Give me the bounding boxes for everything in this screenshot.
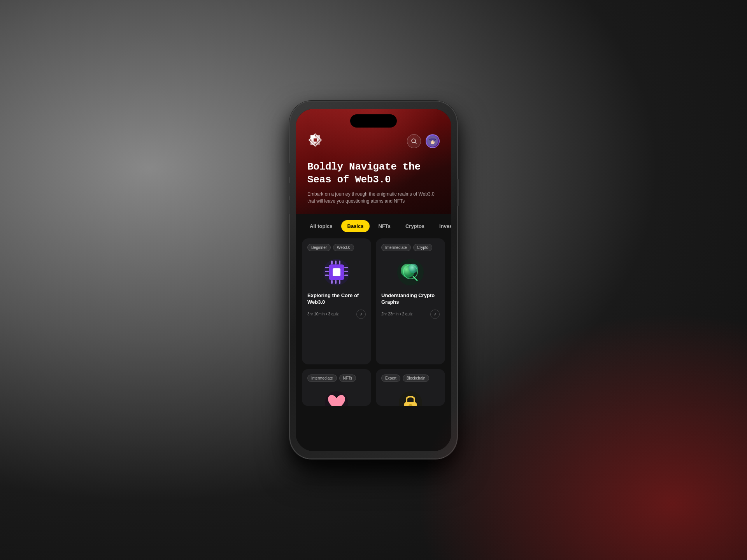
svg-rect-27: [344, 275, 348, 276]
course-card-2[interactable]: Intermediate Crypto: [376, 238, 445, 364]
screen-content: Boldly Navigate the Seas of Web3.0 Embar…: [296, 109, 451, 451]
tag-blockchain: Blockchain: [403, 374, 429, 382]
card-2-info: 2hr 23min • 2 quiz: [381, 312, 412, 316]
course-card-1[interactable]: Beginner Web3.0: [302, 238, 371, 364]
svg-rect-18: [339, 261, 340, 264]
card-1-info: 3hr 10min • 3 quiz: [307, 312, 338, 316]
card-3-tags: Intermediate NFTs: [307, 374, 366, 382]
svg-rect-29: [333, 268, 340, 276]
card-2-title: Understanding Crypto Graphs: [381, 292, 440, 306]
course-card-4[interactable]: Expert Blockchain: [376, 369, 445, 406]
tab-basics[interactable]: Basics: [341, 220, 370, 232]
svg-rect-21: [339, 280, 340, 284]
card-3-icon: [321, 387, 352, 406]
nav-right: [407, 134, 440, 148]
courses-grid: Beginner Web3.0: [296, 234, 451, 451]
svg-point-12: [431, 140, 435, 144]
svg-rect-17: [335, 261, 337, 264]
phone-outer-frame: Boldly Navigate the Seas of Web3.0 Embar…: [290, 101, 457, 459]
card-4-icon: [395, 387, 426, 406]
card-1-tags: Beginner Web3.0: [307, 244, 366, 251]
card-1-arrow[interactable]: ↗: [356, 310, 366, 319]
svg-rect-24: [325, 275, 329, 276]
course-card-3[interactable]: Intermediate NFTs: [302, 369, 371, 406]
svg-rect-26: [344, 271, 348, 272]
tabs-section: All topics Basics NFTs Cryptos Investing: [296, 214, 451, 234]
card-2-meta: 2hr 23min • 2 quiz ↗: [381, 310, 440, 319]
phone-mockup: Boldly Navigate the Seas of Web3.0 Embar…: [290, 101, 457, 459]
nav-bar: [307, 132, 440, 150]
svg-rect-16: [331, 261, 333, 264]
tag-beginner: Beginner: [307, 244, 331, 251]
tab-nfts[interactable]: NFTs: [372, 220, 397, 232]
card-1-meta: 3hr 10min • 3 quiz ↗: [307, 310, 366, 319]
search-button[interactable]: [407, 134, 421, 148]
app-logo[interactable]: [307, 132, 323, 150]
card-2-icon: [395, 257, 426, 288]
svg-rect-19: [331, 280, 333, 284]
tag-crypto: Crypto: [413, 244, 432, 251]
tag-intermediate-2: Intermediate: [307, 374, 337, 382]
svg-rect-6: [314, 138, 317, 142]
tag-web3: Web3.0: [333, 244, 354, 251]
user-avatar[interactable]: [426, 134, 440, 148]
svg-point-13: [431, 142, 432, 142]
tag-expert: Expert: [381, 374, 400, 382]
dynamic-island: [350, 114, 397, 128]
tag-intermediate: Intermediate: [381, 244, 411, 251]
tab-investing[interactable]: Investing: [433, 220, 451, 232]
tab-cryptos[interactable]: Cryptos: [399, 220, 431, 232]
hero-title: Boldly Navigate the Seas of Web3.0: [307, 161, 440, 186]
tag-nfts: NFTs: [339, 374, 356, 382]
tab-all-topics[interactable]: All topics: [303, 220, 339, 232]
card-1-icon: [321, 257, 352, 288]
svg-rect-22: [325, 267, 329, 268]
phone-screen: Boldly Navigate the Seas of Web3.0 Embar…: [296, 109, 451, 451]
card-2-tags: Intermediate Crypto: [381, 244, 440, 251]
card-1-title: Exploring the Core of Web3.0: [307, 292, 366, 306]
svg-rect-20: [335, 280, 337, 284]
svg-line-8: [415, 142, 416, 144]
svg-point-14: [433, 142, 434, 142]
svg-rect-23: [325, 271, 329, 272]
hero-subtitle: Embark on a journey through the enigmati…: [307, 191, 440, 205]
card-2-arrow[interactable]: ↗: [430, 310, 440, 319]
svg-rect-25: [344, 267, 348, 268]
card-4-tags: Expert Blockchain: [381, 374, 440, 382]
